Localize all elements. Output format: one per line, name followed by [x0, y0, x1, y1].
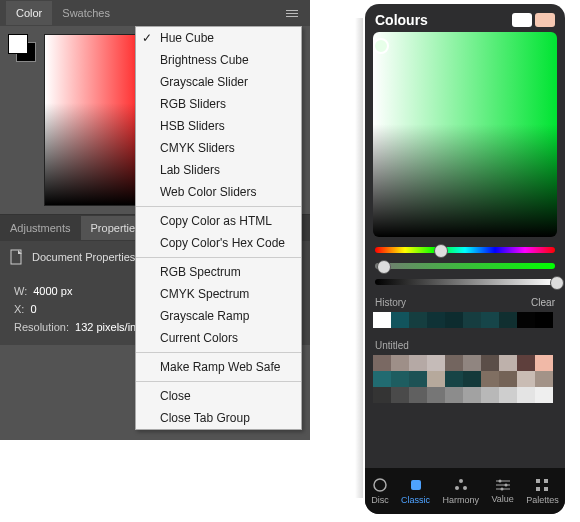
palette-swatch[interactable] [499, 387, 517, 403]
nav-label: Palettes [526, 495, 559, 505]
primary-swatch[interactable] [512, 13, 532, 27]
palette-swatch[interactable] [409, 387, 427, 403]
menu-item[interactable]: Hue Cube [136, 27, 301, 49]
history-swatch[interactable] [517, 312, 535, 328]
nav-palettes[interactable]: Palettes [526, 477, 559, 505]
palette-swatch[interactable] [463, 387, 481, 403]
menu-item[interactable]: Close [136, 385, 301, 407]
palette-title: Untitled [375, 340, 409, 351]
history-swatch[interactable] [373, 312, 391, 328]
palette-swatch[interactable] [391, 387, 409, 403]
history-swatch[interactable] [499, 312, 517, 328]
saturation-slider[interactable] [375, 263, 555, 269]
palette-swatch[interactable] [427, 387, 445, 403]
nav-disc[interactable]: Disc [371, 477, 389, 505]
menu-item[interactable]: Grayscale Ramp [136, 305, 301, 327]
value-slider[interactable] [375, 279, 555, 285]
palette-swatch[interactable] [463, 355, 481, 371]
tab-adjustments[interactable]: Adjustments [0, 216, 81, 240]
palette-swatch[interactable] [481, 387, 499, 403]
colours-bottom-nav: Disc Classic Harmony Value Palettes [365, 468, 565, 514]
history-swatch[interactable] [391, 312, 409, 328]
menu-item[interactable]: RGB Sliders [136, 93, 301, 115]
width-value: 4000 px [33, 285, 72, 297]
palette-swatch[interactable] [535, 371, 553, 387]
nav-classic[interactable]: Classic [401, 477, 430, 505]
palette-swatch[interactable] [499, 371, 517, 387]
history-swatch[interactable] [463, 312, 481, 328]
nav-harmony[interactable]: Harmony [443, 477, 480, 505]
palette-swatch[interactable] [373, 371, 391, 387]
menu-item[interactable]: Copy Color as HTML [136, 210, 301, 232]
palette-swatch[interactable] [445, 355, 463, 371]
menu-item[interactable]: Current Colors [136, 327, 301, 349]
palette-swatch[interactable] [427, 355, 445, 371]
palette-swatch[interactable] [535, 387, 553, 403]
palette-swatch[interactable] [409, 371, 427, 387]
menu-item[interactable]: RGB Spectrum [136, 261, 301, 283]
nav-value[interactable]: Value [491, 478, 513, 504]
panel-tabs: Color Swatches [0, 0, 310, 26]
color-panel-menu: Hue Cube Brightness Cube Grayscale Slide… [135, 26, 302, 430]
palette-swatch[interactable] [517, 371, 535, 387]
hue-slider[interactable] [375, 247, 555, 253]
tab-color[interactable]: Color [6, 1, 52, 25]
menu-item[interactable]: Close Tab Group [136, 407, 301, 429]
menu-item[interactable]: Web Color Sliders [136, 181, 301, 203]
palette-swatch[interactable] [409, 355, 427, 371]
palette-swatch[interactable] [373, 387, 391, 403]
palette-swatch[interactable] [499, 355, 517, 371]
menu-item[interactable]: Copy Color's Hex Code [136, 232, 301, 254]
menu-item[interactable]: Grayscale Slider [136, 71, 301, 93]
menu-item[interactable]: Make Ramp Web Safe [136, 356, 301, 378]
history-swatch[interactable] [535, 312, 553, 328]
history-swatch[interactable] [481, 312, 499, 328]
tab-swatches[interactable]: Swatches [52, 1, 120, 25]
nav-label: Value [491, 494, 513, 504]
svg-point-3 [459, 479, 463, 483]
palette-swatch[interactable] [481, 355, 499, 371]
value-knob[interactable] [550, 276, 564, 290]
palette-swatch[interactable] [481, 371, 499, 387]
palette-swatch[interactable] [427, 371, 445, 387]
palette-swatch[interactable] [535, 355, 553, 371]
history-swatch[interactable] [409, 312, 427, 328]
picker-cursor[interactable] [373, 38, 389, 54]
x-label: X: [14, 303, 24, 315]
palette-swatch[interactable] [391, 355, 409, 371]
active-color-swatches[interactable] [512, 13, 555, 27]
palette-swatch[interactable] [445, 371, 463, 387]
document-icon [10, 249, 24, 265]
svg-rect-15 [544, 487, 548, 491]
palette-swatch[interactable] [517, 387, 535, 403]
palette-swatch[interactable] [463, 371, 481, 387]
history-swatch[interactable] [445, 312, 463, 328]
saturation-knob[interactable] [377, 260, 391, 274]
hue-knob[interactable] [434, 244, 448, 258]
palette-swatch[interactable] [391, 371, 409, 387]
hue-cube-picker[interactable] [44, 34, 141, 206]
menu-item[interactable]: CMYK Sliders [136, 137, 301, 159]
classic-color-picker[interactable] [373, 32, 557, 237]
history-swatch[interactable] [427, 312, 445, 328]
menu-item[interactable]: Brightness Cube [136, 49, 301, 71]
foreground-swatch[interactable] [8, 34, 28, 54]
menu-item[interactable]: CMYK Spectrum [136, 283, 301, 305]
panel-menu-button[interactable] [280, 4, 304, 23]
menu-item[interactable]: HSB Sliders [136, 115, 301, 137]
panel-title: Colours [375, 12, 428, 28]
palette-swatch[interactable] [373, 355, 391, 371]
x-value: 0 [30, 303, 36, 315]
svg-point-11 [500, 488, 503, 491]
palette-swatch[interactable] [445, 387, 463, 403]
svg-point-1 [374, 479, 386, 491]
history-swatches [373, 312, 557, 328]
secondary-swatch[interactable] [535, 13, 555, 27]
width-label: W: [14, 285, 27, 297]
clear-history-button[interactable]: Clear [531, 297, 555, 308]
svg-point-10 [504, 484, 507, 487]
palette-swatch[interactable] [517, 355, 535, 371]
nav-label: Disc [371, 495, 389, 505]
menu-item[interactable]: Lab Sliders [136, 159, 301, 181]
fg-bg-swatch[interactable] [8, 34, 36, 62]
